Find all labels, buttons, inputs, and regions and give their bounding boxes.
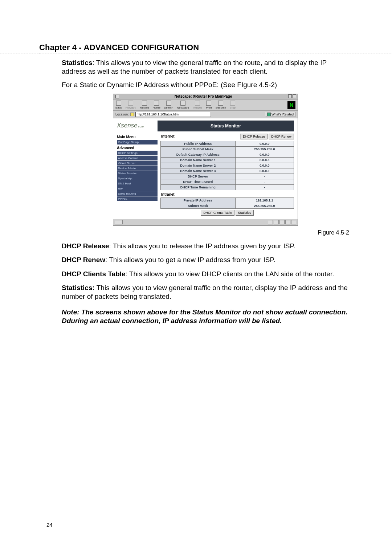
netscape-logo: N xyxy=(287,101,295,109)
back-icon xyxy=(116,101,121,106)
page-number: 24 xyxy=(46,522,53,528)
para-dhcp-renew: DHCP Renew: This allows you to get a new… xyxy=(62,256,349,264)
security-button[interactable]: Security xyxy=(216,101,226,109)
table-row: Domain Name Server 20.0.0.0 xyxy=(161,163,294,168)
images-icon xyxy=(195,101,200,106)
menu-dhcp-settings[interactable]: DHCP Settings xyxy=(117,151,158,155)
intranet-table: Private IP Address192.168.1.1 Subnet Mas… xyxy=(160,197,294,209)
menu-main-heading: Main Menu xyxy=(117,135,158,139)
window-titlebar: Netscape: XRouter Pro MainPage xyxy=(113,94,298,99)
browser-statusbar xyxy=(113,219,298,225)
label-dhcp-renew: DHCP Renew xyxy=(62,256,105,264)
reload-button[interactable]: Reload xyxy=(140,101,149,109)
table-row: Subnet Mask255.255.255.0 xyxy=(161,203,294,208)
text-dhcp-renew: : This allows you to get a new IP addres… xyxy=(105,256,275,264)
window-menu-icon[interactable] xyxy=(115,95,119,98)
home-button[interactable]: Home xyxy=(153,101,160,109)
para-dhcp-clients: DHCP Clients Table: This allows you to v… xyxy=(62,270,349,278)
menu-status-monitor[interactable]: Status Monitor xyxy=(117,171,158,176)
window-button-1[interactable] xyxy=(288,94,292,98)
label-statistics-2: Statistics: xyxy=(62,284,95,292)
related-icon xyxy=(267,113,271,116)
security-icon xyxy=(218,101,223,106)
dhcp-release-button[interactable]: DHCP Release xyxy=(240,134,268,139)
label-dhcp-release: DHCP Release xyxy=(62,242,109,250)
location-bar: Location: http://192.168.1.1/Status.htm … xyxy=(113,111,298,118)
para-statistics-2: Statistics: This allows you to view gene… xyxy=(62,284,349,301)
table-row: Public Subnet Mask255.255.255.0 xyxy=(161,146,294,152)
table-row: DHCP Time Leased- xyxy=(161,179,294,184)
netscape-button[interactable]: Netscape xyxy=(177,101,189,109)
status-left-icon xyxy=(115,220,123,224)
table-row: DHCP Time Remaining- xyxy=(161,184,294,190)
menu-rip[interactable]: RIP xyxy=(117,186,158,191)
status-monitor-banner: Status Monitor xyxy=(158,121,294,131)
para-statistics: Statistics: This allows you to view the … xyxy=(62,58,349,76)
table-row: Domain Name Server 30.0.0.0 xyxy=(161,168,294,174)
reload-icon xyxy=(142,101,147,106)
text-dhcp-clients: : This allows you to view DHCP clients o… xyxy=(126,270,334,278)
dhcp-clients-table-button[interactable]: DHCP Clients Table xyxy=(201,210,234,216)
browser-toolbar: Back Forward Reload Home Search Netscape… xyxy=(113,99,298,111)
status-icon-4 xyxy=(285,220,290,224)
page-content: Xsensecom Status Monitor Main Menu OnePa… xyxy=(113,118,298,219)
note-text: Note: The screens shown above for the St… xyxy=(62,308,349,326)
whats-related-button[interactable]: What's Related xyxy=(265,112,295,117)
images-button[interactable]: Images xyxy=(193,101,202,109)
forward-button[interactable]: Forward xyxy=(126,101,136,109)
menu-static-routing[interactable]: Static Routing xyxy=(117,191,158,196)
label-dhcp-clients: DHCP Clients Table xyxy=(62,270,126,278)
menu-access-control[interactable]: Access Control xyxy=(117,156,158,160)
forward-icon xyxy=(128,101,133,106)
menu-pppoe[interactable]: PPPoE xyxy=(117,196,158,201)
location-input[interactable]: http://192.168.1.1/Status.htm xyxy=(135,112,211,117)
text-statistics-2: This allows you to view general traffic … xyxy=(62,284,348,300)
para-static-dynamic: For a Static or Dynamic IP Address witho… xyxy=(62,81,349,89)
print-icon xyxy=(206,101,211,106)
menu-special-app[interactable]: Special App xyxy=(117,176,158,181)
window-title: Netscape: XRouter Pro MainPage xyxy=(119,94,287,98)
table-row: Default Gateway IP Address0.0.0.0 xyxy=(161,152,294,157)
statistics-button[interactable]: Statistics xyxy=(236,210,254,216)
table-row: DHCP Server- xyxy=(161,174,294,179)
netscape-icon xyxy=(180,101,185,106)
table-row: Private IP Address192.168.1.1 xyxy=(161,197,294,203)
figure-caption: Figure 4.5-2 xyxy=(62,229,349,236)
netscape-window: Netscape: XRouter Pro MainPage Back Forw… xyxy=(113,94,298,226)
status-icon-2 xyxy=(274,220,279,224)
text-dhcp-release: : This allows you to release the IP addr… xyxy=(109,242,295,250)
text-statistics: : This allows you to view the general tr… xyxy=(62,59,327,75)
search-button[interactable]: Search xyxy=(164,101,173,109)
menu-virtual-server[interactable]: Virtual Server xyxy=(117,161,158,166)
home-icon xyxy=(154,101,159,106)
table-row: Public IP Address0.0.0.0 xyxy=(161,141,294,146)
status-icon-3 xyxy=(279,220,285,224)
menu-advanced-heading: Advanced xyxy=(117,146,158,150)
search-icon xyxy=(166,101,171,106)
chapter-title: Chapter 4 - ADVANCED CONFIGURATION xyxy=(39,43,353,53)
stop-button[interactable]: Stop xyxy=(230,101,236,109)
menu-dmz-host[interactable]: DMZ Host xyxy=(117,181,158,186)
status-icon-1 xyxy=(268,220,273,224)
window-button-2[interactable] xyxy=(293,94,296,98)
internet-table: Public IP Address0.0.0.0 Public Subnet M… xyxy=(160,141,294,190)
location-label: Location: xyxy=(115,113,129,116)
menu-onepage-setup[interactable]: OnePage Setup xyxy=(117,140,158,144)
para-dhcp-release: DHCP Release: This allows you to release… xyxy=(62,242,349,250)
status-pane: DHCP Release DHCP Renew Internet Public … xyxy=(160,134,294,215)
stop-icon xyxy=(230,101,235,106)
back-button[interactable]: Back xyxy=(115,101,122,109)
intranet-section-label: Intranet xyxy=(161,192,294,196)
dhcp-renew-button[interactable]: DHCP Renew xyxy=(269,134,294,139)
bookmark-icon[interactable] xyxy=(130,113,134,116)
sidebar-menu: Main Menu OnePage Setup Advanced DHCP Se… xyxy=(117,134,158,201)
table-row: Domain Name Server 10.0.0.0 xyxy=(161,157,294,163)
status-icon-5 xyxy=(291,220,296,224)
label-statistics: Statistics xyxy=(62,59,92,66)
figure-4-5-2: Netscape: XRouter Pro MainPage Back Forw… xyxy=(113,94,298,226)
chapter-divider xyxy=(0,53,392,53)
print-button[interactable]: Print xyxy=(206,101,212,109)
menu-device-admin[interactable]: Device Admin xyxy=(117,166,158,171)
router-logo: Xsensecom xyxy=(113,118,158,134)
